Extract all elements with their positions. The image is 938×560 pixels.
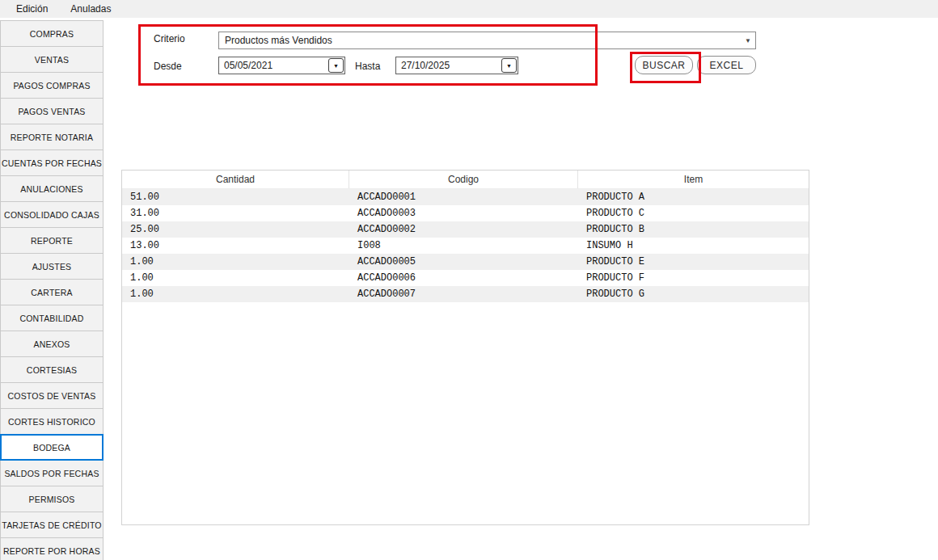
criterio-selected-value: Productos más Vendidos <box>219 35 741 46</box>
column-header-codigo[interactable]: Codigo <box>349 171 578 188</box>
menubar: Edición Anuladas <box>0 0 938 18</box>
chevron-down-icon[interactable]: ▼ <box>741 37 755 44</box>
table-row[interactable]: 31.00 ACCADO0003 PRODUCTO C <box>122 205 809 221</box>
sidebar-item[interactable]: REPORTE POR HORAS <box>0 537 104 560</box>
sidebar-item[interactable]: REPORTE <box>0 227 104 254</box>
sidebar-item[interactable]: COMPRAS <box>0 20 104 47</box>
sidebar-item[interactable]: BODEGA <box>0 434 104 461</box>
sidebar-item[interactable]: SALDOS POR FECHAS <box>0 460 104 486</box>
cell-item: PRODUCTO C <box>578 208 809 219</box>
cell-codigo: I008 <box>349 240 578 251</box>
hasta-label: Hasta <box>355 61 380 72</box>
cell-cantidad: 1.00 <box>122 272 349 284</box>
sidebar-item[interactable]: PERMISOS <box>0 486 104 512</box>
column-header-item[interactable]: Item <box>578 171 809 188</box>
desde-date-input[interactable] <box>219 59 328 72</box>
sidebar-item[interactable]: ANEXOS <box>0 331 104 357</box>
table-row[interactable]: 1.00 ACCADO0005 PRODUCTO E <box>122 254 809 270</box>
sidebar-item[interactable]: AJUSTES <box>0 253 104 280</box>
buscar-button[interactable]: BUSCAR <box>635 56 693 74</box>
desde-label: Desde <box>154 61 182 72</box>
criterio-combobox[interactable]: Productos más Vendidos ▼ <box>218 32 756 49</box>
cell-item: PRODUCTO F <box>578 272 809 284</box>
table-row[interactable]: 1.00 ACCADO0006 PRODUCTO F <box>122 270 809 286</box>
cell-codigo: ACCADO0007 <box>349 288 578 300</box>
cell-cantidad: 51.00 <box>122 192 349 203</box>
sidebar-item[interactable]: CUENTAS POR FECHAS <box>0 149 104 176</box>
cell-codigo: ACCADO0003 <box>349 208 578 219</box>
hasta-date-input[interactable] <box>396 59 501 72</box>
hasta-calendar-dropdown-icon[interactable]: ▼ <box>501 58 517 73</box>
sidebar-item[interactable]: REPORTE NOTARIA <box>0 124 104 150</box>
cell-cantidad: 13.00 <box>122 240 349 251</box>
app-window: { "menubar": { "items": ["Edición", "Anu… <box>0 0 938 560</box>
sidebar-item[interactable]: CARTERA <box>0 279 104 305</box>
sidebar-item[interactable]: CORTES HISTORICO <box>0 408 104 435</box>
cell-item: INSUMO H <box>578 240 809 251</box>
sidebar-item[interactable]: TARJETAS DE CRÉDITO <box>0 512 104 538</box>
table-header: Cantidad Codigo Item <box>122 171 809 189</box>
results-table: Cantidad Codigo Item 51.00 ACCADO0001 PR… <box>121 170 809 525</box>
hasta-datepicker: ▼ <box>395 57 518 74</box>
sidebar-item[interactable]: CONSOLIDADO CAJAS <box>0 201 104 228</box>
criterio-label: Criterio <box>154 33 185 44</box>
desde-calendar-dropdown-icon[interactable]: ▼ <box>328 58 344 73</box>
column-header-cantidad[interactable]: Cantidad <box>122 171 349 188</box>
cell-codigo: ACCADO0001 <box>349 192 578 203</box>
cell-item: PRODUCTO A <box>578 192 809 203</box>
sidebar-item[interactable]: CONTABILIDAD <box>0 305 104 331</box>
cell-cantidad: 1.00 <box>122 256 349 267</box>
cell-item: PRODUCTO B <box>578 224 809 235</box>
table-row[interactable]: 13.00 I008 INSUMO H <box>122 238 809 254</box>
sidebar-item[interactable]: VENTAS <box>0 46 104 73</box>
cell-codigo: ACCADO0002 <box>349 224 578 235</box>
menu-item[interactable]: Anuladas <box>59 0 122 18</box>
cell-codigo: ACCADO0005 <box>349 256 578 267</box>
cell-codigo: ACCADO0006 <box>349 272 578 284</box>
cell-item: PRODUCTO E <box>578 256 809 267</box>
table-row[interactable]: 25.00 ACCADO0002 PRODUCTO B <box>122 221 809 238</box>
sidebar: COMPRAS VENTAS PAGOS COMPRAS PAGOS VENTA… <box>0 21 104 560</box>
menu-item[interactable]: Edición <box>5 0 59 18</box>
sidebar-item[interactable]: PAGOS VENTAS <box>0 98 104 124</box>
sidebar-item[interactable]: COSTOS DE VENTAS <box>0 382 104 409</box>
table-row[interactable]: 51.00 ACCADO0001 PRODUCTO A <box>122 189 809 205</box>
cell-cantidad: 25.00 <box>122 224 349 235</box>
sidebar-item[interactable]: PAGOS COMPRAS <box>0 72 104 99</box>
excel-button[interactable]: EXCEL <box>697 56 756 74</box>
table-row[interactable]: 1.00 ACCADO0007 PRODUCTO G <box>122 286 809 302</box>
cell-cantidad: 1.00 <box>122 288 349 300</box>
desde-datepicker: ▼ <box>218 57 345 74</box>
table-body: 51.00 ACCADO0001 PRODUCTO A 31.00 ACCADO… <box>122 189 809 302</box>
cell-cantidad: 31.00 <box>122 208 349 219</box>
sidebar-item[interactable]: CORTESIAS <box>0 356 104 383</box>
cell-item: PRODUCTO G <box>578 288 809 300</box>
sidebar-item[interactable]: ANULACIONES <box>0 175 104 202</box>
